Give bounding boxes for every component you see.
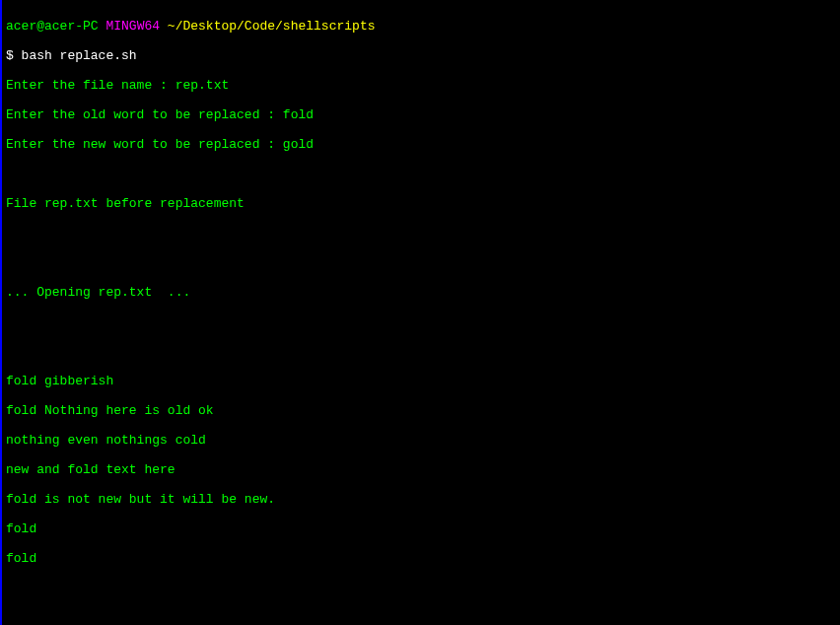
output-line: Enter the new word to be replaced : gold	[6, 137, 836, 152]
output-line: nothing even nothings cold	[6, 433, 836, 448]
output-blank	[6, 167, 836, 181]
output-line: fold is not new but it will be new.	[6, 492, 836, 507]
output-line: ... Opening rep.txt ...	[6, 285, 836, 300]
prompt-user: acer@acer-PC	[6, 19, 99, 34]
output-line: Enter the file name : rep.txt	[6, 78, 836, 93]
command-text: bash replace.sh	[22, 48, 137, 63]
output-blank	[6, 255, 836, 270]
command-line-1: $ bash replace.sh	[6, 48, 836, 63]
output-line: fold gibberish	[6, 374, 836, 388]
prompt-path: ~/Desktop/Code/shellscripts	[160, 19, 375, 34]
output-blank	[6, 581, 836, 595]
output-line: File rep.txt before replacement	[6, 196, 836, 211]
output-blank	[6, 344, 836, 359]
output-line: fold	[6, 551, 836, 566]
prompt-mingw: MINGW64	[99, 19, 160, 34]
output-blank	[6, 314, 836, 329]
terminal-window[interactable]: acer@acer-PC MINGW64 ~/Desktop/Code/shel…	[6, 4, 836, 625]
prompt-dollar: $	[6, 48, 22, 63]
prompt-line-1: acer@acer-PC MINGW64 ~/Desktop/Code/shel…	[6, 19, 836, 34]
output-line: new and fold text here	[6, 462, 836, 477]
output-line: Enter the old word to be replaced : fold	[6, 107, 836, 122]
output-line: fold	[6, 521, 836, 536]
output-blank	[6, 610, 836, 625]
output-blank	[6, 226, 836, 241]
output-line: fold Nothing here is old ok	[6, 403, 836, 418]
